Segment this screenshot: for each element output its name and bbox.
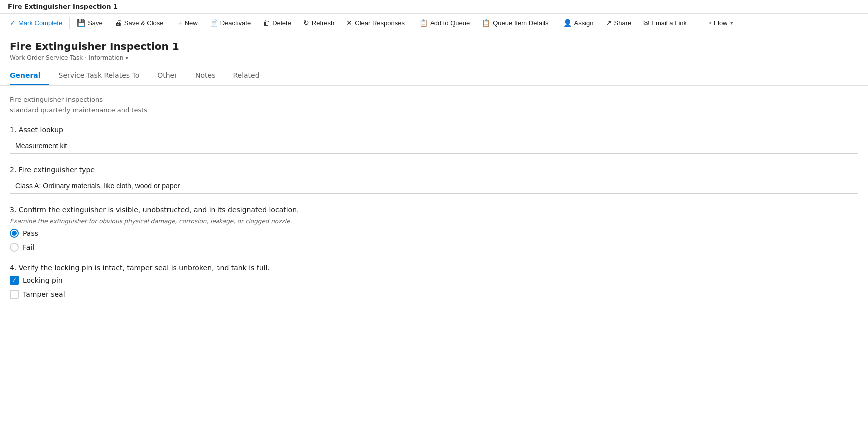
deactivate-button[interactable]: 📄 Deactivate (204, 16, 257, 30)
share-button[interactable]: ↗ Share (600, 16, 638, 30)
separator (171, 17, 171, 29)
question-1-section: 1. Asset lookup (10, 126, 858, 154)
radio-pass-circle[interactable] (10, 229, 19, 238)
new-button[interactable]: + New (172, 16, 204, 30)
question-3-radio-group: Pass Fail (10, 229, 858, 252)
radio-fail-circle[interactable] (10, 243, 19, 252)
email-icon: ✉ (643, 19, 649, 27)
save-icon: 💾 (77, 19, 85, 27)
question-3-section: 3. Confirm the extinguisher is visible, … (10, 206, 858, 252)
command-bar: ✓ Mark Complete 💾 Save 🖨 Save & Close + … (0, 14, 868, 32)
flow-icon: ⟶ (701, 19, 711, 27)
share-icon: ↗ (606, 19, 612, 27)
tab-general[interactable]: General (10, 67, 49, 85)
checkbox-locking-pin[interactable]: ✓ Locking pin (10, 276, 858, 285)
question-4-label: 4. Verify the locking pin is intact, tam… (10, 264, 858, 272)
delete-button[interactable]: 🗑 Delete (257, 16, 297, 30)
breadcrumb-dropdown-icon[interactable]: ▾ (125, 55, 128, 61)
flow-dropdown-icon: ▾ (730, 20, 733, 26)
separator (69, 17, 70, 29)
page-header: Fire Extinguisher Inspection 1 Work Orde… (0, 32, 868, 61)
queue-item-details-button[interactable]: 📋 Queue Item Details (476, 16, 554, 30)
radio-pass-label: Pass (23, 229, 38, 237)
checkbox-tamper-seal-box[interactable] (10, 290, 19, 299)
assign-button[interactable]: 👤 Assign (557, 16, 600, 30)
breadcrumb-part2[interactable]: Information (89, 54, 123, 61)
fire-extinguisher-type-input[interactable] (10, 178, 858, 194)
description-line2: standard quarterly maintenance and tests (10, 106, 858, 114)
tab-other[interactable]: Other (155, 67, 185, 85)
tab-related[interactable]: Related (231, 67, 267, 85)
breadcrumb-part1: Work Order Service Task (10, 54, 83, 61)
queue-details-icon: 📋 (482, 19, 490, 27)
new-icon: + (178, 19, 182, 27)
flow-button[interactable]: ⟶ Flow ▾ (695, 16, 739, 30)
separator (556, 17, 556, 29)
checkmark-icon: ✓ (10, 19, 16, 27)
question-3-label: 3. Confirm the extinguisher is visible, … (10, 206, 858, 214)
window-title: Fire Extinguisher Inspection 1 (8, 3, 118, 10)
question-2-label: 2. Fire extinguisher type (10, 166, 858, 174)
question-3-hint: Examine the extinguisher for obvious phy… (10, 218, 858, 225)
page-subtitle: Work Order Service Task · Information ▾ (10, 54, 858, 61)
asset-lookup-input[interactable] (10, 138, 858, 154)
add-to-queue-button[interactable]: 📋 Add to Queue (413, 16, 476, 30)
separator (412, 17, 412, 29)
radio-fail[interactable]: Fail (10, 243, 858, 252)
question-2-section: 2. Fire extinguisher type (10, 166, 858, 194)
mark-complete-button[interactable]: ✓ Mark Complete (4, 16, 68, 30)
queue-icon: 📋 (419, 19, 428, 27)
deactivate-icon: 📄 (210, 19, 218, 27)
checkbox-locking-pin-box[interactable]: ✓ (10, 276, 19, 285)
refresh-button[interactable]: ↻ Refresh (297, 16, 341, 30)
question-1-label: 1. Asset lookup (10, 126, 858, 134)
description-section: Fire extinguisher inspections standard q… (10, 96, 858, 114)
save-button[interactable]: 💾 Save (71, 16, 109, 30)
description-line1: Fire extinguisher inspections (10, 96, 858, 103)
delete-icon: 🗑 (263, 19, 270, 27)
page-title: Fire Extinguisher Inspection 1 (10, 40, 858, 52)
email-link-button[interactable]: ✉ Email a Link (637, 16, 693, 30)
tab-notes[interactable]: Notes (193, 67, 223, 85)
clear-responses-button[interactable]: ✕ Clear Responses (340, 16, 411, 30)
checkbox-tamper-seal[interactable]: Tamper seal (10, 290, 858, 299)
radio-fail-label: Fail (23, 243, 34, 251)
content-area: Fire extinguisher inspections standard q… (0, 86, 868, 321)
tab-service-task-relates-to[interactable]: Service Task Relates To (57, 67, 148, 85)
checkbox-locking-pin-label: Locking pin (23, 276, 63, 284)
question-4-checkbox-group: ✓ Locking pin Tamper seal (10, 276, 858, 299)
tab-bar: General Service Task Relates To Other No… (0, 67, 868, 86)
checkbox-tamper-seal-label: Tamper seal (23, 290, 65, 298)
radio-pass[interactable]: Pass (10, 229, 858, 238)
save-close-button[interactable]: 🖨 Save & Close (109, 16, 170, 30)
separator (694, 17, 694, 29)
refresh-icon: ↻ (303, 19, 309, 27)
breadcrumb-separator: · (85, 54, 87, 61)
save-close-icon: 🖨 (115, 19, 122, 27)
clear-icon: ✕ (346, 19, 352, 27)
question-4-section: 4. Verify the locking pin is intact, tam… (10, 264, 858, 299)
title-bar: Fire Extinguisher Inspection 1 (0, 0, 868, 14)
assign-icon: 👤 (563, 19, 572, 27)
